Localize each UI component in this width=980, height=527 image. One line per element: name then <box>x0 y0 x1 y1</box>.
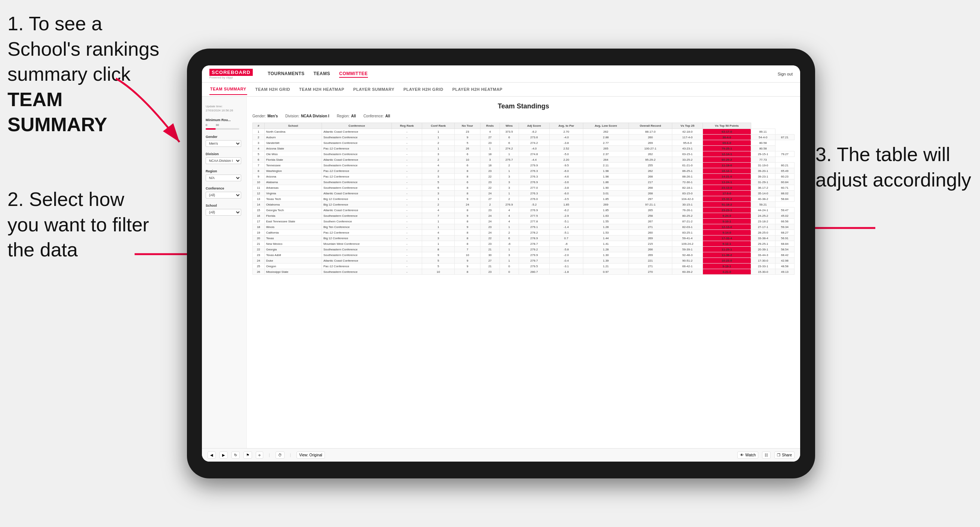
region-select[interactable]: N/A All <box>206 175 241 181</box>
cell-rank: 11 <box>253 185 265 190</box>
conference-select[interactable]: (All) <box>206 192 241 198</box>
col-wins: Wins <box>500 123 519 129</box>
tablet-screen: SCOREBOARD Powered by clippi TOURNAMENTS… <box>202 65 800 462</box>
cell-conference: Atlantic Coast Conference <box>322 208 392 213</box>
nav-tournaments[interactable]: TOURNAMENTS <box>268 70 305 78</box>
filter-school: School (All) <box>206 204 243 216</box>
cell-school: Texas Tech <box>264 196 321 202</box>
cell-school: Georgia Tech <box>264 208 321 213</box>
cell-rank: 22 <box>253 247 265 252</box>
watch-button[interactable]: 👁 Watch <box>737 451 758 459</box>
table-row: 14OklahomaBig 12 Conference-2242276.9-5.… <box>253 202 795 208</box>
table-row: 23Texas A&MSoutheastern Conference-91030… <box>253 252 795 258</box>
tablet-device: SCOREBOARD Powered by clippi TOURNAMENTS… <box>187 49 815 478</box>
table-row: 24DukeAtlantic Coast Conference-59271279… <box>253 258 795 264</box>
cell-vs-top-50: 51-18-2 <box>703 202 751 208</box>
cell-conference: Big Ten Conference <box>322 224 392 230</box>
cell-vs-top-50: 9-12-1 <box>703 241 751 247</box>
cell-school: Texas <box>264 235 321 241</box>
col-no-tour: No Tour <box>455 123 480 129</box>
cell-conference: Big 12 Conference <box>322 235 392 241</box>
bookmark-button[interactable]: ⚑ <box>243 451 252 459</box>
view-original-label: View: Original <box>299 453 322 457</box>
sub-nav-team-h2h-grid[interactable]: TEAM H2H GRID <box>255 84 291 95</box>
cell-vs-top-50: 17-33-4 <box>703 235 751 241</box>
cell-rank: 10 <box>253 179 265 185</box>
table-row: 4Arizona StatePac-12 Conference-1261274.… <box>253 146 795 151</box>
instruction-step3: 3. The table will adjust accordingly <box>816 142 972 192</box>
cell-vs-top-50: 11-19-0 <box>703 163 751 168</box>
back-button[interactable]: ◀ <box>207 451 216 459</box>
forward-button[interactable]: ▶ <box>220 451 228 459</box>
cell-vs-top-50: 79-25-1 <box>703 146 751 151</box>
cell-rank: 5 <box>253 151 265 157</box>
cell-vs-top-50: 10-23-0 <box>703 258 751 264</box>
cell-school: East Tennessee State <box>264 219 321 224</box>
cell-rank: 7 <box>253 163 265 168</box>
nav-items: TOURNAMENTS TEAMS COMMITTEE <box>268 70 767 78</box>
division-select[interactable]: NCAA Division I NCAA Division II NCAA Di… <box>206 157 241 164</box>
share-small-button[interactable]: ⎆ <box>256 451 263 459</box>
sub-nav-player-h2h-grid[interactable]: PLAYER H2H GRID <box>403 84 444 95</box>
sub-nav-player-summary[interactable]: PLAYER SUMMARY <box>353 84 395 95</box>
cell-school: Arizona <box>264 174 321 179</box>
col-conf-rank: Conf Rank <box>422 123 455 129</box>
col-conference: Conference <box>322 123 392 129</box>
table-row: 11ArkansasSoutheastern Conference-682232… <box>253 185 795 190</box>
table-row: 12VirginiaAtlantic Coast Conference-3824… <box>253 190 795 196</box>
school-select[interactable]: (All) <box>206 209 241 216</box>
min-rounds-slider[interactable] <box>206 128 239 130</box>
filter-region-display: Region: All <box>337 114 356 118</box>
layout-button[interactable]: ☷ <box>762 451 771 459</box>
cell-conference: Big 12 Conference <box>322 196 392 202</box>
share-button[interactable]: ❐ Share <box>774 451 795 459</box>
nav-bar: SCOREBOARD Powered by clippi TOURNAMENTS… <box>202 65 800 83</box>
cell-conference: Southeastern Conference <box>322 247 392 252</box>
sub-nav-team-summary[interactable]: TEAM SUMMARY <box>209 84 247 95</box>
cell-rank: 26 <box>253 269 265 275</box>
table-row: 25OregonPac-12 Conference-59210279.5-3.1… <box>253 264 795 269</box>
cell-school: Oregon <box>264 264 321 269</box>
eye-icon: 👁 <box>740 453 744 457</box>
standings-table: # School Conference Reg Rank Conf Rank N… <box>252 122 795 275</box>
cell-school: Virginia <box>264 190 321 196</box>
cell-rank: 8 <box>253 168 265 174</box>
table-row: 8WashingtonPac-12 Conference-28231276.3-… <box>253 168 795 174</box>
cell-vs-top-50: 11-29-1 <box>703 247 751 252</box>
cell-rank: 4 <box>253 146 265 151</box>
cell-rank: 13 <box>253 196 265 202</box>
nav-committee[interactable]: COMMITTEE <box>339 70 368 78</box>
cell-school: Mississippi State <box>264 269 321 275</box>
sign-out-button[interactable]: Sign out <box>778 72 793 76</box>
view-original-button[interactable]: View: Original <box>296 451 325 459</box>
sub-nav: TEAM SUMMARY TEAM H2H GRID TEAM H2H HEAT… <box>202 83 800 97</box>
cell-rank: 23 <box>253 252 265 258</box>
cell-conference: Southeastern Conference <box>322 179 392 185</box>
cell-vs-top-50: 63-17-0 <box>703 129 751 135</box>
logo-sub: Powered by clippi <box>209 76 253 79</box>
col-vs-top-25: Vs Top 25 <box>672 123 703 129</box>
cell-rank: 18 <box>253 224 265 230</box>
gender-select[interactable]: Men's Women's <box>206 140 241 147</box>
refresh-button[interactable]: ↻ <box>231 451 240 459</box>
cell-school: North Carolina <box>264 129 321 135</box>
cell-conference: Big 12 Conference <box>322 202 392 208</box>
cell-school: Arkansas <box>264 185 321 190</box>
filter-gender: Gender Men's Women's <box>206 135 243 147</box>
cell-school: Georgia <box>264 247 321 252</box>
nav-teams[interactable]: TEAMS <box>314 70 331 78</box>
cell-conference: Southeastern Conference <box>322 252 392 258</box>
table-row: 7TennesseeSoutheastern Conference-461822… <box>253 163 795 168</box>
sub-nav-team-h2h-heatmap[interactable]: TEAM H2H HEATMAP <box>298 84 345 95</box>
clock-button[interactable]: ⏱ <box>275 451 285 459</box>
sub-nav-player-h2h-heatmap[interactable]: PLAYER H2H HEATMAP <box>452 84 503 95</box>
cell-rank: 3 <box>253 140 265 146</box>
cell-conference: Southeastern Conference <box>322 151 392 157</box>
cell-rank: 14 <box>253 202 265 208</box>
table-row: 6Florida StateAtlantic Coast Conference-… <box>253 157 795 163</box>
table-row: 15Georgia TechAtlantic Coast Conference-… <box>253 208 795 213</box>
cell-school: Ole Miss <box>264 151 321 157</box>
col-rank: # <box>253 123 265 129</box>
table-title: Team Standings <box>252 102 795 110</box>
cell-vs-top-50: 18-12-1 <box>703 168 751 174</box>
